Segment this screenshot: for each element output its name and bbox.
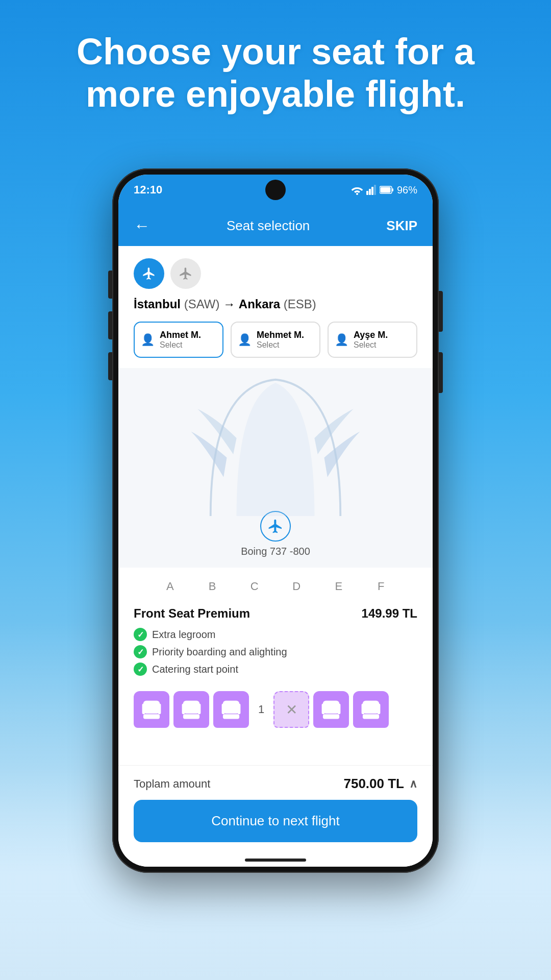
phone-screen: 12:10: [118, 175, 433, 867]
premium-header: Front Seat Premium 149.99 TL: [134, 606, 417, 621]
premium-section: Front Seat Premium 149.99 TL Extra legro…: [118, 598, 433, 741]
plane-nose-svg: [173, 373, 378, 516]
passenger-icon-1: 👤: [141, 333, 155, 347]
passenger-select-2: Select: [257, 340, 304, 350]
home-bar: [245, 859, 306, 862]
passenger-card-3[interactable]: 👤 Ayşe M. Select: [328, 322, 417, 358]
battery-icon: [380, 185, 394, 194]
svg-rect-18: [222, 704, 225, 715]
dest-code: (ESB): [284, 297, 316, 311]
phone-outer-shell: 12:10: [112, 168, 439, 873]
svg-rect-7: [392, 188, 393, 191]
seat-4-selected[interactable]: ✕: [273, 691, 309, 728]
status-icons: 96%: [351, 184, 417, 196]
seat-row-display: 1 ✕: [134, 686, 417, 733]
feature-label-3: Catering start point: [152, 664, 238, 675]
plane-diagram: Boing 737 -800: [118, 368, 433, 568]
seat-6[interactable]: [353, 691, 389, 728]
seat-columns: A B C D E F: [118, 568, 433, 598]
app-header: ← Seat selection SKIP: [118, 205, 433, 246]
seat-icon-6: [359, 698, 383, 721]
svg-rect-19: [238, 704, 241, 715]
premium-features: Extra legroom Priority boarding and alig…: [134, 628, 417, 676]
svg-rect-4: [374, 185, 376, 195]
feature-label-2: Priority boarding and alighting: [152, 646, 287, 658]
wifi-icon: [351, 185, 363, 195]
plane-nose-graphic: [173, 373, 378, 516]
hero-section: Choose your seat for a more enjoyable fl…: [0, 31, 551, 115]
seat-number: 1: [253, 703, 269, 716]
svg-rect-6: [380, 187, 390, 193]
phone-content: İstanbul (SAW) → Ankara (ESB) 👤 Ahmet M.…: [118, 246, 433, 765]
plane-label: Boing 737 -800: [241, 511, 310, 557]
premium-price: 149.99 TL: [362, 606, 417, 621]
plane-model-label: Boing 737 -800: [241, 546, 310, 557]
svg-rect-1: [366, 191, 368, 195]
svg-rect-15: [198, 704, 201, 715]
svg-rect-20: [323, 701, 339, 714]
passenger-icon-2: 👤: [238, 333, 252, 347]
svg-rect-13: [183, 714, 199, 719]
feature-label-1: Extra legroom: [152, 629, 216, 641]
plane-center-icon: [267, 518, 284, 534]
svg-point-0: [356, 193, 358, 195]
col-e: E: [326, 580, 352, 593]
passenger-card-2[interactable]: 👤 Mehmet M. Select: [231, 322, 320, 358]
svg-rect-9: [143, 714, 160, 719]
svg-rect-17: [223, 714, 239, 719]
header-title: Seat selection: [227, 218, 310, 234]
svg-rect-11: [158, 704, 161, 715]
check-icon-3: [134, 663, 147, 676]
origin-city: İstanbul: [134, 297, 181, 311]
col-d: D: [284, 580, 309, 593]
svg-rect-24: [363, 701, 379, 714]
passenger-card-1[interactable]: 👤 Ahmet M. Select: [134, 322, 223, 358]
svg-rect-10: [142, 704, 145, 715]
camera-notch: [265, 180, 286, 200]
total-amount: 750.00 TL ∧: [343, 776, 417, 792]
seat-5[interactable]: [313, 691, 349, 728]
flight-tab-1[interactable]: [134, 258, 164, 289]
phone-mockup: 12:10: [112, 168, 439, 873]
plane-icon-1: [142, 266, 156, 281]
route-info: İstanbul (SAW) → Ankara (ESB): [118, 297, 433, 322]
svg-rect-12: [183, 701, 199, 714]
seat-1[interactable]: [134, 691, 169, 728]
bottom-bar: Toplam amount 750.00 TL ∧ Continue to ne…: [118, 765, 433, 849]
plane-icon-2: [179, 266, 193, 281]
seat-2[interactable]: [173, 691, 209, 728]
passenger-name-1: Ahmet M.: [160, 330, 201, 340]
continue-button[interactable]: Continue to next flight: [134, 800, 417, 842]
svg-rect-2: [369, 189, 371, 195]
seat-icon-2: [180, 698, 203, 721]
seat-3[interactable]: [213, 691, 249, 728]
check-icon-1: [134, 628, 147, 641]
svg-rect-22: [322, 704, 325, 715]
back-button[interactable]: ←: [134, 216, 150, 235]
flight-tabs: [118, 246, 433, 297]
svg-rect-26: [362, 704, 365, 715]
skip-button[interactable]: SKIP: [386, 218, 417, 234]
svg-rect-25: [363, 714, 379, 719]
passenger-select-1: Select: [160, 340, 201, 350]
seat-icon-1: [140, 698, 163, 721]
col-a: A: [157, 580, 183, 593]
feature-row-1: Extra legroom: [134, 628, 417, 641]
seat-icon-5: [319, 698, 343, 721]
battery-level: 96%: [397, 184, 417, 196]
status-bar: 12:10: [118, 175, 433, 205]
passenger-info-2: Mehmet M. Select: [257, 330, 304, 350]
total-amount-value: 750.00 TL: [343, 776, 404, 792]
signal-icon: [366, 185, 377, 195]
passenger-select-3: Select: [354, 340, 388, 350]
flight-tab-2[interactable]: [170, 258, 201, 289]
origin-code: (SAW): [184, 297, 220, 311]
chevron-up-icon[interactable]: ∧: [409, 777, 417, 791]
home-indicator: [118, 849, 433, 867]
check-icon-2: [134, 645, 147, 658]
passengers-section: 👤 Ahmet M. Select 👤 Mehmet M. Select: [118, 322, 433, 368]
hero-title: Choose your seat for a more enjoyable fl…: [41, 31, 510, 115]
dest-city: Ankara: [239, 297, 280, 311]
seat-icon-3: [219, 698, 243, 721]
col-b: B: [199, 580, 225, 593]
